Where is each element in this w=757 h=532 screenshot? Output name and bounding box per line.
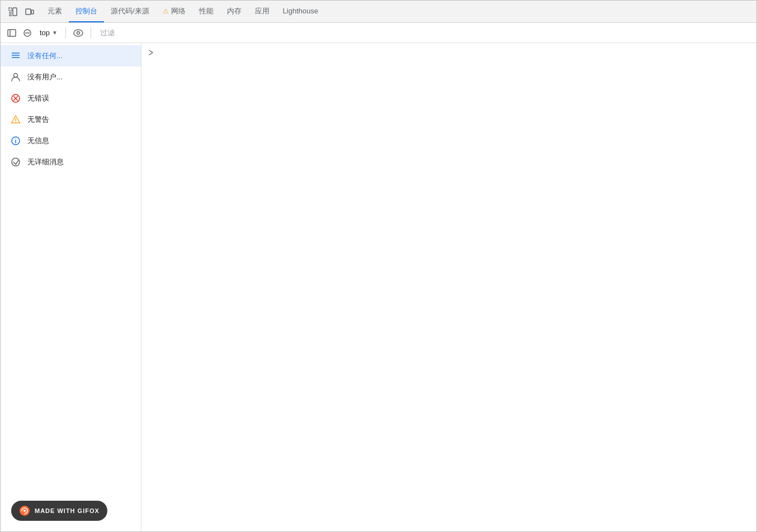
gifox-label: MADE WITH GIFOX (35, 507, 100, 514)
svg-rect-5 (26, 9, 31, 15)
warning-icon (10, 113, 22, 126)
expand-button[interactable] (146, 48, 156, 58)
devtools-container: 元素 控制台 源代码/来源 ⚠ 网络 性能 内存 应用 Lighthouse (0, 0, 757, 532)
live-expressions-button[interactable] (70, 25, 86, 41)
tab-list: 元素 控制台 源代码/来源 ⚠ 网络 性能 内存 应用 Lighthouse (41, 1, 325, 22)
filter-item-warnings[interactable]: 无警告 (1, 109, 141, 130)
dropdown-arrow-icon: ▼ (52, 30, 58, 36)
verbose-icon (10, 156, 22, 168)
filter-label-verbose: 无详细消息 (27, 157, 64, 167)
tab-application[interactable]: 应用 (248, 1, 276, 22)
second-toolbar: top ▼ (1, 23, 756, 43)
error-icon (10, 92, 22, 104)
filter-panel: 没有任何... 没有用户... (1, 43, 141, 531)
console-output (141, 43, 756, 531)
svg-point-25 (12, 158, 20, 166)
filter-label-warnings: 无警告 (27, 115, 49, 125)
tab-network[interactable]: ⚠ 网络 (156, 1, 192, 22)
toolbar-divider (65, 27, 66, 39)
svg-point-24 (15, 139, 16, 140)
svg-rect-7 (8, 30, 16, 36)
filter-item-info[interactable]: 无信息 (1, 130, 141, 151)
filter-input[interactable] (96, 26, 752, 40)
clear-console-button[interactable] (21, 26, 34, 40)
context-dropdown-button[interactable]: top ▼ (36, 27, 61, 38)
info-icon (10, 135, 22, 147)
sidebar-toggle-button[interactable] (5, 26, 18, 40)
tab-lighthouse[interactable]: Lighthouse (276, 1, 325, 22)
toolbar-divider-2 (91, 27, 91, 39)
svg-point-21 (15, 121, 16, 122)
list-icon (10, 50, 22, 62)
filter-item-errors[interactable]: 无错误 (1, 88, 141, 109)
gifox-logo-icon (19, 505, 30, 516)
filter-label-errors: 无错误 (27, 93, 49, 103)
filter-label-all: 没有任何... (27, 51, 63, 61)
device-toolbar-button[interactable] (22, 4, 37, 20)
user-icon (10, 71, 22, 83)
tab-console[interactable]: 控制台 (69, 1, 104, 22)
filter-item-verbose[interactable]: 无详细消息 (1, 151, 141, 173)
top-toolbar: 元素 控制台 源代码/来源 ⚠ 网络 性能 内存 应用 Lighthouse (1, 1, 756, 23)
svg-point-12 (77, 31, 79, 34)
tab-sources[interactable]: 源代码/来源 (104, 1, 156, 22)
svg-rect-0 (9, 8, 12, 11)
svg-line-27 (16, 160, 18, 164)
tab-memory[interactable]: 内存 (220, 1, 248, 22)
tab-performance[interactable]: 性能 (192, 1, 220, 22)
main-content: 没有任何... 没有用户... (1, 43, 756, 531)
tab-elements[interactable]: 元素 (41, 1, 69, 22)
svg-point-11 (74, 30, 83, 36)
svg-point-29 (23, 510, 26, 512)
filter-item-all[interactable]: 没有任何... (1, 45, 141, 66)
gifox-watermark: MADE WITH GIFOX (11, 501, 107, 521)
network-warning-icon: ⚠ (163, 7, 169, 15)
filter-item-user[interactable]: 没有用户... (1, 66, 141, 88)
filter-label-user: 没有用户... (27, 72, 63, 82)
filter-label-info: 无信息 (27, 136, 49, 146)
svg-rect-1 (13, 8, 17, 16)
svg-rect-6 (31, 10, 34, 14)
svg-line-26 (13, 162, 16, 164)
inspect-element-button[interactable] (5, 4, 21, 20)
